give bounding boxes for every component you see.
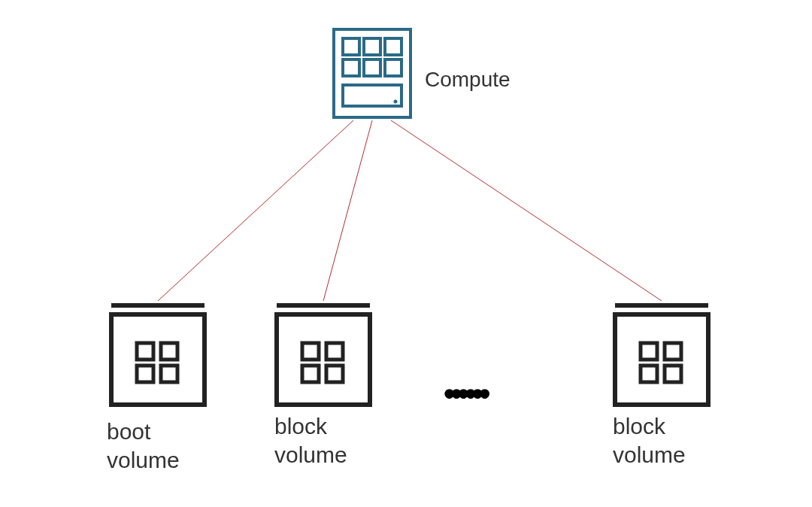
svg-rect-20 <box>302 343 319 360</box>
svg-point-11 <box>394 100 398 104</box>
volume-node-boot <box>105 301 211 413</box>
svg-rect-16 <box>137 366 153 382</box>
svg-rect-10 <box>343 85 401 106</box>
svg-rect-29 <box>665 366 681 382</box>
svg-rect-14 <box>137 343 153 360</box>
svg-rect-5 <box>364 38 380 55</box>
svg-rect-17 <box>161 366 177 382</box>
svg-rect-22 <box>302 366 319 382</box>
label-line: volume <box>613 442 686 467</box>
label-line: volume <box>107 448 180 472</box>
compute-server-icon <box>331 26 414 120</box>
svg-rect-8 <box>364 59 380 76</box>
svg-line-0 <box>158 120 353 301</box>
label-line: boot <box>107 419 150 444</box>
svg-rect-7 <box>343 59 359 76</box>
svg-rect-23 <box>326 366 343 382</box>
ellipsis: •••••• <box>444 375 486 412</box>
volume-node-block-n <box>609 301 714 413</box>
svg-line-2 <box>391 120 662 301</box>
svg-rect-28 <box>641 366 657 382</box>
svg-rect-27 <box>665 343 681 360</box>
svg-rect-26 <box>641 343 657 360</box>
svg-rect-6 <box>385 38 401 55</box>
svg-rect-4 <box>343 38 359 55</box>
storage-volume-icon <box>271 301 376 410</box>
label-line: block <box>613 414 665 439</box>
compute-label: Compute <box>425 68 511 92</box>
volume-label-boot: boot volume <box>107 417 180 474</box>
svg-rect-19 <box>277 314 370 405</box>
volume-label-block-n: block volume <box>613 412 686 469</box>
svg-rect-3 <box>334 29 411 117</box>
svg-line-1 <box>323 120 372 301</box>
svg-rect-21 <box>326 343 343 360</box>
svg-rect-13 <box>111 314 205 405</box>
label-line: volume <box>274 442 347 467</box>
svg-rect-9 <box>385 59 401 76</box>
svg-rect-25 <box>615 314 708 405</box>
compute-node <box>331 26 414 123</box>
volume-node-block-1 <box>271 301 376 413</box>
diagram-canvas: Compute boot volume block volume •••••• <box>0 0 812 507</box>
storage-volume-icon <box>609 301 714 410</box>
label-line: block <box>274 414 327 439</box>
storage-volume-icon <box>105 301 211 410</box>
svg-rect-15 <box>161 343 177 360</box>
volume-label-block-1: block volume <box>274 412 347 469</box>
